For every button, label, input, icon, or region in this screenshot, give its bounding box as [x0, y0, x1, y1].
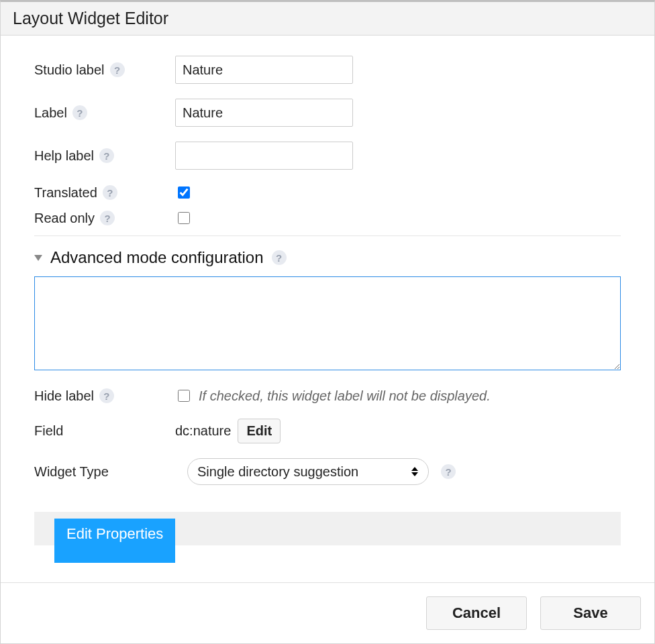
row-label: Label ?: [34, 99, 621, 127]
row-translated: Translated ?: [34, 184, 621, 201]
save-button[interactable]: Save: [540, 596, 641, 630]
advanced-heading: Advanced mode configuration: [50, 248, 264, 267]
advanced-config-textarea[interactable]: [34, 276, 621, 370]
hide-label-checkbox[interactable]: [178, 390, 190, 402]
dialog-body: Studio label ? Label ?: [1, 36, 654, 582]
field-value: dc:nature: [175, 423, 231, 439]
hide-label-text: Hide label: [34, 388, 94, 404]
studio-label-text: Studio label: [34, 62, 105, 78]
dialog-scroll[interactable]: Studio label ? Label ?: [1, 36, 654, 582]
label-input[interactable]: [175, 99, 353, 127]
select-arrows-icon: [411, 467, 419, 476]
help-icon[interactable]: ?: [100, 211, 115, 225]
divider: [34, 235, 621, 236]
translated-checkbox[interactable]: [178, 186, 190, 199]
row-hide-label: Hide label ? If checked, this widget lab…: [34, 388, 621, 404]
tab-edit-properties[interactable]: Edit Properties: [54, 519, 175, 563]
help-icon[interactable]: ?: [72, 105, 87, 120]
widget-type-select[interactable]: Single directory suggestion: [187, 458, 429, 485]
help-label-text: Help label: [34, 148, 94, 164]
field-edit-button[interactable]: Edit: [238, 419, 281, 443]
row-field: Field dc:nature Edit: [34, 419, 621, 443]
help-icon[interactable]: ?: [110, 62, 125, 77]
row-widget-type: Widget Type Single directory suggestion …: [34, 458, 621, 485]
row-read-only: Read only ?: [34, 210, 621, 226]
help-icon[interactable]: ?: [99, 388, 114, 403]
chevron-down-icon: [34, 255, 42, 261]
row-studio-label: Studio label ?: [34, 56, 621, 84]
widget-type-label: Widget Type: [34, 464, 109, 480]
advanced-mode-header[interactable]: Advanced mode configuration ?: [34, 248, 621, 267]
dialog-title: Layout Widget Editor: [1, 2, 654, 36]
help-icon[interactable]: ?: [99, 148, 114, 163]
field-label: Field: [34, 423, 63, 439]
row-help-label: Help label ?: [34, 142, 621, 170]
studio-label-input[interactable]: [175, 56, 353, 84]
read-only-checkbox[interactable]: [178, 212, 190, 224]
read-only-text: Read only: [34, 211, 95, 226]
label-text: Label: [34, 105, 67, 121]
properties-tabstrip: Edit Properties: [34, 512, 621, 545]
help-icon[interactable]: ?: [441, 464, 456, 479]
help-icon[interactable]: ?: [272, 250, 287, 265]
cancel-button[interactable]: Cancel: [426, 596, 527, 630]
widget-type-value: Single directory suggestion: [197, 464, 358, 480]
hide-label-hint: If checked, this widget label will not b…: [199, 388, 491, 404]
help-icon[interactable]: ?: [103, 185, 117, 200]
help-label-input[interactable]: [175, 142, 353, 170]
dialog-footer: Cancel Save: [1, 582, 654, 643]
translated-text: Translated: [34, 185, 97, 201]
layout-widget-editor-dialog: Layout Widget Editor Studio label ? Labe…: [0, 0, 655, 644]
